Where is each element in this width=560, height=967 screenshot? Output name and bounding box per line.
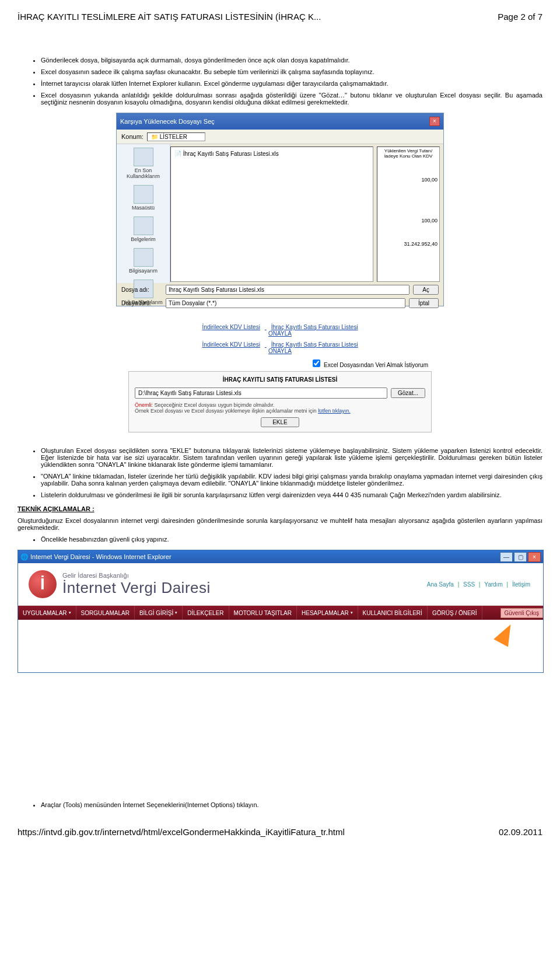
- post-upload-bullets: Oluşturulan Excel dosyası seçildikten so…: [41, 447, 542, 498]
- page-number: Page 2 of 7: [498, 12, 542, 22]
- link-kdv-listesi-2[interactable]: İndirilecek KDV Listesi: [202, 341, 260, 348]
- link-kdv-listesi[interactable]: İndirilecek KDV Listesi: [202, 324, 260, 330]
- preview-column: Yüklenilen Vergi Tutarı/İadeye Konu Olan…: [377, 146, 440, 282]
- upload-panel: İndirilecek KDV Listesi İhraç Kayıtlı Sa…: [128, 341, 432, 432]
- filename-label: Dosya adı:: [121, 287, 162, 293]
- ekle-button[interactable]: EKLE: [261, 417, 299, 427]
- header-title: İHRAÇ KAYITLI TESLİMLERE AİT SATIŞ FATUR…: [18, 12, 321, 22]
- ie-window-title: 🌐 Internet Vergi Dairesi - Windows Inter…: [20, 553, 172, 561]
- nav-bilgi-girisi[interactable]: BİLGİ GİRİŞİ▾: [135, 606, 183, 620]
- arrow-annotation-icon: [494, 621, 518, 647]
- hint-text: Önemli: Seçeceğiniz Excel dosyası uygun …: [135, 402, 425, 414]
- open-button[interactable]: Aç: [413, 285, 439, 295]
- link-fatura-listesi[interactable]: İhraç Kayıtlı Satış Faturası Listesi: [271, 324, 358, 330]
- dialog-close-button[interactable]: ×: [429, 117, 440, 126]
- minimize-button[interactable]: —: [500, 552, 513, 562]
- file-item[interactable]: İhraç Kayıtlı Satış Faturası Listesi.xls: [183, 151, 279, 157]
- link-contact[interactable]: İletişim: [512, 581, 530, 588]
- nav-motorlu-tasitlar[interactable]: MOTORLU TAŞITLAR: [229, 606, 297, 620]
- close-window-button[interactable]: ×: [528, 552, 541, 562]
- nav-gorus[interactable]: GÖRÜŞ / ÖNERİ: [428, 606, 482, 620]
- file-list[interactable]: 📄 İhraç Kayıtlı Satış Faturası Listesi.x…: [170, 146, 373, 282]
- bullet-item: "ONAYLA" linkine tıklamadan, listeler üz…: [41, 473, 542, 487]
- sidebar-recent[interactable]: En Son Kullandıklarım: [118, 148, 168, 179]
- sidebar-documents[interactable]: Belgelerim: [118, 217, 168, 242]
- file-open-dialog: Karşıya Yüklenecek Dosyayı Seç × Konum: …: [116, 113, 444, 306]
- file-path-input[interactable]: [135, 388, 387, 399]
- bottom-links-1: İndirilecek KDV Listesi İhraç Kayıtlı Sa…: [18, 324, 542, 337]
- bullet-item: Gönderilecek dosya, bilgisayarda açık du…: [41, 57, 542, 64]
- logo-title: İnternet Vergi Dairesi: [62, 579, 211, 597]
- bullet-item: Excel dosyasının sadece ilk çalışma sayf…: [41, 68, 542, 75]
- link-faq[interactable]: SSS: [463, 581, 475, 588]
- intro-bullets: Gönderilecek dosya, bilgisayarda açık du…: [41, 57, 542, 106]
- konum-dropdown[interactable]: 📁 LİSTELER: [147, 132, 205, 141]
- ivd-logo: İ Gelir İdaresi Başkanlığı İnternet Verg…: [29, 570, 211, 598]
- link-onayla-2[interactable]: ONAYLA: [268, 348, 292, 354]
- nav-hesaplamalar[interactable]: HESAPLAMALAR▾: [297, 606, 358, 620]
- filename-input[interactable]: [166, 285, 410, 295]
- sidebar-computer[interactable]: Bilgisayarım: [118, 248, 168, 274]
- filetype-dropdown[interactable]: [166, 298, 405, 308]
- nav-kullanici[interactable]: KULLANICI BİLGİLERİ: [358, 606, 428, 620]
- filetype-label: Dosya türü:: [121, 300, 162, 306]
- excel-import-checkbox[interactable]: Excel Dosyasından Veri Almak İstiyorum: [310, 362, 428, 368]
- main-nav: UYGULAMALAR▾ SORGULAMALAR BİLGİ GİRİŞİ▾ …: [18, 606, 543, 620]
- nav-dilekceler[interactable]: DİLEKÇELER: [183, 606, 229, 620]
- footer-url: https://intvd.gib.gov.tr/internetvd/html…: [18, 827, 345, 837]
- header-links: Ana Sayfa | SSS | Yardım | İletişim: [425, 581, 533, 588]
- ie-window-screenshot: 🌐 Internet Vergi Dairesi - Windows Inter…: [18, 550, 544, 673]
- panel-title: İHRAÇ KAYITLI SATIŞ FATURASI LİSTESİ: [135, 376, 425, 383]
- konum-label: Konum:: [121, 133, 144, 140]
- link-onayla[interactable]: ONAYLA: [268, 330, 292, 337]
- link-fatura-listesi-2[interactable]: İhraç Kayıtlı Satış Faturası Listesi: [271, 341, 358, 348]
- cancel-button[interactable]: İptal: [409, 298, 439, 308]
- logo-icon: İ: [29, 570, 57, 598]
- logo-subtitle: Gelir İdaresi Başkanlığı: [62, 572, 211, 579]
- bullet-item: Öncelikle hesabınızdan güvenli çıkış yap…: [41, 536, 542, 543]
- hint-link[interactable]: lütfen tıklayın.: [318, 408, 351, 414]
- link-home[interactable]: Ana Sayfa: [427, 581, 454, 588]
- bullet-item: Araçlar (Tools) menüsünden İnternet Seçe…: [41, 801, 542, 808]
- safe-logout-button[interactable]: Güvenli Çıkış: [501, 608, 543, 618]
- maximize-button[interactable]: ▢: [514, 552, 527, 562]
- nav-sorgulamalar[interactable]: SORGULAMALAR: [76, 606, 135, 620]
- nav-uygulamalar[interactable]: UYGULAMALAR▾: [18, 606, 76, 620]
- dialog-title: Karşıya Yüklenecek Dosyayı Seç: [120, 118, 215, 125]
- technical-paragraph: Oluşturduğunuz Excel dosyalarının intern…: [18, 517, 542, 531]
- technical-heading: TEKNİK AÇIKLAMALAR :: [18, 505, 542, 512]
- places-sidebar: En Son Kullandıklarım Masaüstü Belgeleri…: [117, 144, 170, 283]
- link-help[interactable]: Yardım: [484, 581, 503, 588]
- browse-button[interactable]: Gözat...: [391, 388, 425, 398]
- bullet-item: Excel dosyasının yukarıda anlatıldığı şe…: [41, 92, 542, 106]
- bullet-item: Listelerin doldurulması ve gönderilmesi …: [41, 491, 542, 498]
- bullet-item: İnternet tarayıcısı olarak lütfen Intern…: [41, 80, 542, 87]
- sidebar-desktop[interactable]: Masaüstü: [118, 185, 168, 211]
- footer-date: 02.09.2011: [499, 827, 542, 837]
- bullet-item: Oluşturulan Excel dosyası seçildikten so…: [41, 447, 542, 468]
